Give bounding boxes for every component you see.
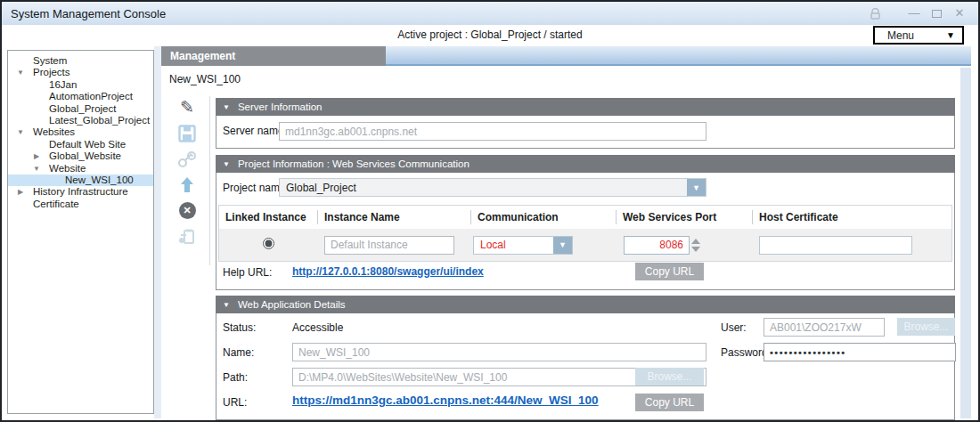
col-web-services-port: Web Services Port: [616, 210, 752, 224]
tree-item-system[interactable]: System: [8, 55, 153, 67]
title-bar: System Management Console — ✕: [2, 2, 978, 25]
communication-combobox[interactable]: Local ▼: [473, 236, 573, 255]
col-communication: Communication: [470, 210, 616, 224]
user-input[interactable]: [764, 318, 885, 337]
project-name-combobox[interactable]: Global_Project ▼: [279, 178, 706, 197]
tree-item-projects[interactable]: ▼Projects: [8, 67, 153, 78]
menu-dropdown[interactable]: Menu ▼: [873, 26, 964, 45]
window-controls: — ✕: [870, 2, 966, 25]
collapse-icon[interactable]: ▼: [223, 301, 230, 309]
section-project-information: ▼ Project Information : Web Services Com…: [216, 155, 955, 290]
project-information-title: Project Information : Web Services Commu…: [238, 158, 470, 169]
help-url-label: Help URL:: [223, 266, 272, 279]
copy-web-app-url-button[interactable]: Copy URL: [635, 394, 704, 411]
vertical-scrollbar[interactable]: [960, 68, 971, 418]
table-row: Local ▼: [219, 229, 951, 261]
tab-management[interactable]: Management: [161, 46, 386, 66]
collapse-icon[interactable]: ▼: [223, 103, 230, 111]
instance-name-input[interactable]: [324, 236, 454, 255]
server-information-header[interactable]: ▼ Server Information: [216, 98, 955, 116]
tree-expand-down-icon[interactable]: ▼: [15, 126, 26, 138]
server-name-input[interactable]: [279, 122, 706, 141]
web-services-port-cell: [616, 236, 752, 255]
tree-item-16jan[interactable]: 16Jan: [8, 79, 153, 91]
linked-instance-radio[interactable]: [263, 238, 274, 249]
communication-value: Local: [474, 239, 553, 251]
project-information-body: Project name: Global_Project ▼ Linked In…: [216, 173, 955, 290]
maximize-button[interactable]: [932, 10, 942, 18]
browse-path-button[interactable]: Browse...: [635, 368, 704, 385]
cancel-circle-icon[interactable]: ✕: [167, 198, 207, 223]
panel-divider: [154, 46, 161, 418]
minimize-button[interactable]: —: [908, 7, 920, 20]
toolbar-separator: [209, 96, 210, 265]
web-application-details-body: Status: Accessible User: Browse... Name:…: [216, 313, 955, 420]
tree-expand-down-icon[interactable]: ▼: [31, 163, 42, 174]
tree-expand-down-icon[interactable]: ▼: [15, 67, 26, 78]
status-label: Status:: [223, 321, 256, 334]
collapse-icon[interactable]: ▼: [223, 160, 230, 168]
section-web-application-details: ▼ Web Application Details Status: Access…: [216, 296, 955, 420]
server-information-body: Server name:: [216, 116, 955, 149]
user-label: User:: [721, 321, 747, 334]
tab-strip: Management: [161, 46, 971, 66]
clipboard-transfer-icon[interactable]: [167, 223, 207, 249]
save-disk-icon[interactable]: [167, 120, 207, 146]
chevron-down-icon[interactable]: ▼: [687, 179, 706, 196]
web-services-port-input[interactable]: [624, 236, 690, 255]
host-certificate-input[interactable]: [759, 236, 912, 255]
tree-item-history-infrastructure[interactable]: ▶History Infrastructure: [8, 186, 153, 198]
password-input[interactable]: [764, 343, 956, 361]
menu-bar: Active project : Global_Project / starte…: [2, 25, 978, 46]
key-clock-icon[interactable]: [167, 146, 207, 172]
communication-cell: Local ▼: [470, 236, 616, 255]
col-instance-name: Instance Name: [317, 210, 470, 224]
help-url-link[interactable]: http://127.0.0.1:8080/swagger/ui/index: [292, 265, 484, 278]
tree-item-latest-global-project[interactable]: Latest_Global_Project: [8, 115, 153, 126]
spinner-up-icon[interactable]: [691, 239, 700, 244]
browse-user-button[interactable]: Browse...: [897, 318, 955, 336]
tree-item-global-project[interactable]: Global_Project: [8, 103, 153, 115]
section-server-information: ▼ Server Information Server name:: [216, 98, 955, 149]
chevron-down-icon: ▼: [946, 30, 955, 40]
tree-item-global-website[interactable]: ▶Global_Website: [8, 150, 153, 162]
url-label: URL:: [223, 396, 247, 409]
server-information-title: Server Information: [238, 101, 323, 112]
name-input[interactable]: [292, 343, 706, 361]
tree-expand-right-icon[interactable]: ▶: [15, 186, 26, 198]
web-app-url-link[interactable]: https://md1nn3gc.ab001.cnpns.net:444/New…: [292, 394, 599, 407]
spinner-down-icon[interactable]: [691, 247, 700, 252]
edit-pencil-icon[interactable]: ✎: [167, 94, 207, 120]
status-value: Accessible: [292, 321, 343, 334]
lock-icon: [870, 8, 880, 20]
menu-dropdown-label: Menu: [887, 29, 914, 42]
path-label: Path:: [223, 371, 248, 384]
project-name-value: Global_Project: [280, 182, 687, 194]
close-button[interactable]: ✕: [953, 7, 966, 20]
tree-item-new-wsi-100[interactable]: New_WSI_100: [8, 174, 153, 186]
project-information-header[interactable]: ▼ Project Information : Web Services Com…: [216, 155, 955, 173]
tree-item-automationproject[interactable]: AutomationProject: [8, 91, 153, 102]
tree-item-websites[interactable]: ▼Websites: [8, 126, 153, 138]
linked-instance-cell: [219, 238, 317, 252]
host-certificate-cell: [752, 236, 951, 255]
tree-item-certificate[interactable]: Certificate: [8, 199, 153, 210]
up-arrow-icon[interactable]: [167, 172, 207, 198]
instance-name-cell: [317, 236, 470, 255]
web-application-details-header[interactable]: ▼ Web Application Details: [216, 296, 955, 313]
tree-item-website[interactable]: ▼Website: [8, 163, 153, 174]
chevron-down-icon[interactable]: ▼: [553, 237, 572, 254]
web-application-details-title: Web Application Details: [238, 299, 346, 310]
table-header-row: Linked Instance Instance Name Communicat…: [219, 206, 951, 229]
server-name-label: Server name:: [223, 125, 287, 137]
name-label: Name:: [223, 346, 254, 359]
tree-item-default-web-site[interactable]: Default Web Site: [8, 139, 153, 150]
col-linked-instance: Linked Instance: [219, 210, 317, 224]
page-title: New_WSI_100: [169, 73, 241, 85]
app-window: System Management Console — ✕ Active pro…: [0, 0, 980, 422]
col-host-certificate: Host Certificate: [752, 210, 951, 224]
port-spinner[interactable]: [691, 239, 700, 252]
tree-expand-right-icon[interactable]: ▶: [31, 150, 42, 162]
copy-help-url-button[interactable]: Copy URL: [635, 263, 704, 280]
active-project-status: Active project : Global_Project / starte…: [2, 28, 978, 41]
